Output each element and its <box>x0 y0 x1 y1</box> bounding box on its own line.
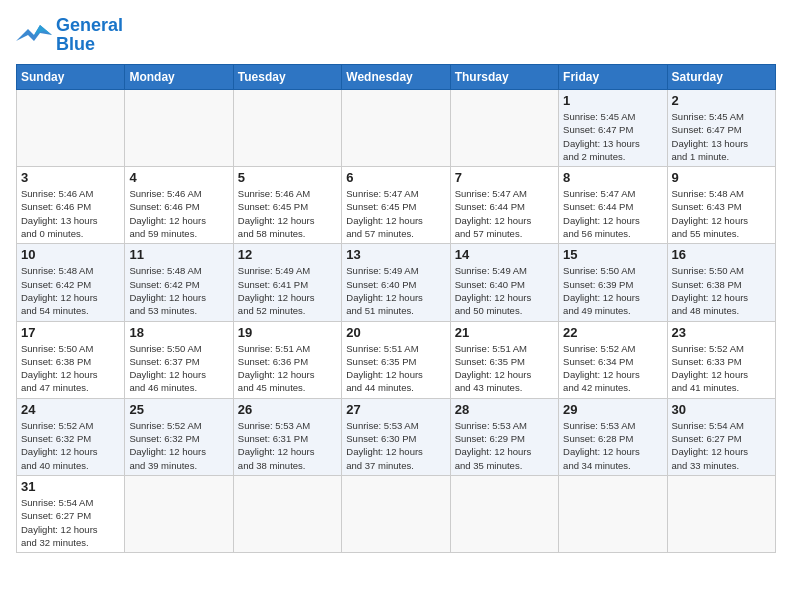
calendar-cell: 24Sunrise: 5:52 AM Sunset: 6:32 PM Dayli… <box>17 398 125 475</box>
day-info: Sunrise: 5:53 AM Sunset: 6:29 PM Dayligh… <box>455 419 554 472</box>
calendar-cell <box>450 475 558 552</box>
day-number: 20 <box>346 325 445 340</box>
calendar-cell: 5Sunrise: 5:46 AM Sunset: 6:45 PM Daylig… <box>233 167 341 244</box>
calendar-cell <box>667 475 775 552</box>
day-info: Sunrise: 5:49 AM Sunset: 6:41 PM Dayligh… <box>238 264 337 317</box>
day-info: Sunrise: 5:47 AM Sunset: 6:44 PM Dayligh… <box>563 187 662 240</box>
calendar-cell: 27Sunrise: 5:53 AM Sunset: 6:30 PM Dayli… <box>342 398 450 475</box>
calendar-cell: 29Sunrise: 5:53 AM Sunset: 6:28 PM Dayli… <box>559 398 667 475</box>
calendar-cell: 20Sunrise: 5:51 AM Sunset: 6:35 PM Dayli… <box>342 321 450 398</box>
day-number: 15 <box>563 247 662 262</box>
calendar-cell: 18Sunrise: 5:50 AM Sunset: 6:37 PM Dayli… <box>125 321 233 398</box>
day-number: 16 <box>672 247 771 262</box>
day-number: 27 <box>346 402 445 417</box>
day-number: 9 <box>672 170 771 185</box>
day-info: Sunrise: 5:48 AM Sunset: 6:42 PM Dayligh… <box>21 264 120 317</box>
logo-icon <box>16 21 52 49</box>
day-number: 3 <box>21 170 120 185</box>
day-number: 14 <box>455 247 554 262</box>
day-number: 5 <box>238 170 337 185</box>
calendar-week-row: 17Sunrise: 5:50 AM Sunset: 6:38 PM Dayli… <box>17 321 776 398</box>
calendar-cell: 22Sunrise: 5:52 AM Sunset: 6:34 PM Dayli… <box>559 321 667 398</box>
day-info: Sunrise: 5:50 AM Sunset: 6:38 PM Dayligh… <box>672 264 771 317</box>
day-number: 7 <box>455 170 554 185</box>
day-number: 17 <box>21 325 120 340</box>
weekday-header: Sunday <box>17 65 125 90</box>
calendar-cell <box>450 90 558 167</box>
day-number: 21 <box>455 325 554 340</box>
day-info: Sunrise: 5:52 AM Sunset: 6:32 PM Dayligh… <box>21 419 120 472</box>
day-info: Sunrise: 5:47 AM Sunset: 6:45 PM Dayligh… <box>346 187 445 240</box>
day-info: Sunrise: 5:50 AM Sunset: 6:37 PM Dayligh… <box>129 342 228 395</box>
day-info: Sunrise: 5:54 AM Sunset: 6:27 PM Dayligh… <box>672 419 771 472</box>
day-number: 31 <box>21 479 120 494</box>
svg-marker-0 <box>16 25 52 41</box>
calendar-cell: 16Sunrise: 5:50 AM Sunset: 6:38 PM Dayli… <box>667 244 775 321</box>
day-number: 18 <box>129 325 228 340</box>
day-info: Sunrise: 5:49 AM Sunset: 6:40 PM Dayligh… <box>346 264 445 317</box>
calendar-cell: 4Sunrise: 5:46 AM Sunset: 6:46 PM Daylig… <box>125 167 233 244</box>
calendar-cell: 7Sunrise: 5:47 AM Sunset: 6:44 PM Daylig… <box>450 167 558 244</box>
calendar-cell <box>342 90 450 167</box>
day-number: 30 <box>672 402 771 417</box>
calendar-cell: 19Sunrise: 5:51 AM Sunset: 6:36 PM Dayli… <box>233 321 341 398</box>
day-number: 28 <box>455 402 554 417</box>
day-number: 12 <box>238 247 337 262</box>
day-info: Sunrise: 5:51 AM Sunset: 6:35 PM Dayligh… <box>455 342 554 395</box>
day-info: Sunrise: 5:49 AM Sunset: 6:40 PM Dayligh… <box>455 264 554 317</box>
day-number: 6 <box>346 170 445 185</box>
calendar-cell <box>17 90 125 167</box>
day-number: 19 <box>238 325 337 340</box>
calendar-cell: 2Sunrise: 5:45 AM Sunset: 6:47 PM Daylig… <box>667 90 775 167</box>
weekday-header: Monday <box>125 65 233 90</box>
logo-text: GeneralBlue <box>56 16 123 54</box>
calendar-cell: 26Sunrise: 5:53 AM Sunset: 6:31 PM Dayli… <box>233 398 341 475</box>
calendar-cell <box>559 475 667 552</box>
calendar-cell: 15Sunrise: 5:50 AM Sunset: 6:39 PM Dayli… <box>559 244 667 321</box>
day-info: Sunrise: 5:53 AM Sunset: 6:28 PM Dayligh… <box>563 419 662 472</box>
calendar-cell: 9Sunrise: 5:48 AM Sunset: 6:43 PM Daylig… <box>667 167 775 244</box>
calendar-cell: 12Sunrise: 5:49 AM Sunset: 6:41 PM Dayli… <box>233 244 341 321</box>
weekday-header: Saturday <box>667 65 775 90</box>
logo: GeneralBlue <box>16 16 123 54</box>
day-number: 11 <box>129 247 228 262</box>
calendar-cell: 6Sunrise: 5:47 AM Sunset: 6:45 PM Daylig… <box>342 167 450 244</box>
day-info: Sunrise: 5:50 AM Sunset: 6:38 PM Dayligh… <box>21 342 120 395</box>
calendar-cell: 13Sunrise: 5:49 AM Sunset: 6:40 PM Dayli… <box>342 244 450 321</box>
calendar-week-row: 24Sunrise: 5:52 AM Sunset: 6:32 PM Dayli… <box>17 398 776 475</box>
weekday-header: Tuesday <box>233 65 341 90</box>
day-number: 8 <box>563 170 662 185</box>
day-number: 2 <box>672 93 771 108</box>
calendar-cell: 28Sunrise: 5:53 AM Sunset: 6:29 PM Dayli… <box>450 398 558 475</box>
page-header: GeneralBlue <box>16 16 776 54</box>
calendar-week-row: 3Sunrise: 5:46 AM Sunset: 6:46 PM Daylig… <box>17 167 776 244</box>
day-info: Sunrise: 5:52 AM Sunset: 6:34 PM Dayligh… <box>563 342 662 395</box>
calendar-week-row: 10Sunrise: 5:48 AM Sunset: 6:42 PM Dayli… <box>17 244 776 321</box>
calendar-cell: 1Sunrise: 5:45 AM Sunset: 6:47 PM Daylig… <box>559 90 667 167</box>
day-info: Sunrise: 5:45 AM Sunset: 6:47 PM Dayligh… <box>563 110 662 163</box>
weekday-header: Thursday <box>450 65 558 90</box>
day-info: Sunrise: 5:51 AM Sunset: 6:36 PM Dayligh… <box>238 342 337 395</box>
calendar-cell <box>125 90 233 167</box>
calendar-cell: 25Sunrise: 5:52 AM Sunset: 6:32 PM Dayli… <box>125 398 233 475</box>
day-info: Sunrise: 5:52 AM Sunset: 6:32 PM Dayligh… <box>129 419 228 472</box>
calendar-cell: 21Sunrise: 5:51 AM Sunset: 6:35 PM Dayli… <box>450 321 558 398</box>
day-info: Sunrise: 5:53 AM Sunset: 6:30 PM Dayligh… <box>346 419 445 472</box>
day-info: Sunrise: 5:53 AM Sunset: 6:31 PM Dayligh… <box>238 419 337 472</box>
day-info: Sunrise: 5:46 AM Sunset: 6:46 PM Dayligh… <box>21 187 120 240</box>
day-number: 4 <box>129 170 228 185</box>
calendar-cell <box>342 475 450 552</box>
day-number: 22 <box>563 325 662 340</box>
calendar-table: SundayMondayTuesdayWednesdayThursdayFrid… <box>16 64 776 553</box>
calendar-week-row: 31Sunrise: 5:54 AM Sunset: 6:27 PM Dayli… <box>17 475 776 552</box>
day-info: Sunrise: 5:48 AM Sunset: 6:42 PM Dayligh… <box>129 264 228 317</box>
weekday-header: Friday <box>559 65 667 90</box>
day-info: Sunrise: 5:52 AM Sunset: 6:33 PM Dayligh… <box>672 342 771 395</box>
calendar-body: 1Sunrise: 5:45 AM Sunset: 6:47 PM Daylig… <box>17 90 776 553</box>
weekday-header: Wednesday <box>342 65 450 90</box>
day-info: Sunrise: 5:45 AM Sunset: 6:47 PM Dayligh… <box>672 110 771 163</box>
weekday-row: SundayMondayTuesdayWednesdayThursdayFrid… <box>17 65 776 90</box>
calendar-cell: 11Sunrise: 5:48 AM Sunset: 6:42 PM Dayli… <box>125 244 233 321</box>
day-number: 13 <box>346 247 445 262</box>
calendar-cell <box>125 475 233 552</box>
